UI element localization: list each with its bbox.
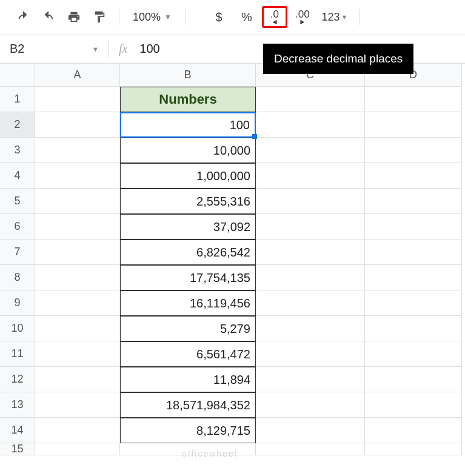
- row-header-10[interactable]: 10: [0, 316, 35, 341]
- cell-C11[interactable]: [256, 341, 365, 367]
- cell-D3[interactable]: [365, 138, 462, 163]
- cell-A14[interactable]: [35, 418, 120, 443]
- cell-C3[interactable]: [256, 138, 365, 163]
- cell-D14[interactable]: [365, 418, 462, 443]
- cell-D10[interactable]: [365, 316, 462, 341]
- row-12: 12 11,894: [0, 367, 462, 392]
- more-formats-button[interactable]: 123 ▼: [318, 6, 352, 28]
- cell-A3[interactable]: [35, 138, 120, 163]
- select-all-box[interactable]: [0, 64, 35, 87]
- cell-B10[interactable]: 5,279: [120, 316, 256, 341]
- row-header-9[interactable]: 9: [0, 290, 35, 316]
- column-header-B[interactable]: B: [120, 64, 256, 87]
- cell-B13[interactable]: 18,571,984,352: [120, 392, 256, 418]
- cell-C5[interactable]: [256, 189, 365, 214]
- cell-A10[interactable]: [35, 316, 120, 341]
- cell-A11[interactable]: [35, 341, 120, 367]
- cell-D7[interactable]: [365, 240, 462, 265]
- row-header-7[interactable]: 7: [0, 240, 35, 265]
- zoom-select[interactable]: 100% ▼: [128, 6, 176, 28]
- row-header-2[interactable]: 2: [0, 112, 35, 138]
- decrease-decimal-icon: .0 ◄: [270, 9, 279, 25]
- currency-format-button[interactable]: $: [206, 6, 232, 28]
- cell-B9[interactable]: 16,119,456: [120, 290, 256, 316]
- row-1: 1 Numbers: [0, 87, 462, 112]
- cell-B5[interactable]: 2,555,316: [120, 189, 256, 214]
- paint-format-button[interactable]: [89, 6, 110, 28]
- zoom-value: 100%: [133, 11, 161, 24]
- cell-D1[interactable]: [365, 87, 462, 112]
- cell-A1[interactable]: [35, 87, 120, 112]
- cell-C14[interactable]: [256, 418, 365, 443]
- cell-D6[interactable]: [365, 214, 462, 240]
- name-box[interactable]: B2: [7, 42, 74, 56]
- cell-B12[interactable]: 11,894: [120, 367, 256, 392]
- cell-A15[interactable]: [35, 443, 120, 455]
- dropdown-arrow-icon: ▼: [341, 13, 348, 21]
- print-button[interactable]: [63, 6, 85, 28]
- cell-B7[interactable]: 6,826,542: [120, 240, 256, 265]
- row-header-4[interactable]: 4: [0, 163, 35, 189]
- cell-D11[interactable]: [365, 341, 462, 367]
- cell-B8[interactable]: 17,754,135: [120, 265, 256, 290]
- cell-A8[interactable]: [35, 265, 120, 290]
- cell-A2[interactable]: [35, 112, 120, 138]
- row-header-12[interactable]: 12: [0, 367, 35, 392]
- cell-C7[interactable]: [256, 240, 365, 265]
- cell-D4[interactable]: [365, 163, 462, 189]
- cell-C8[interactable]: [256, 265, 365, 290]
- cell-D12[interactable]: [365, 367, 462, 392]
- row-header-3[interactable]: 3: [0, 138, 35, 163]
- toolbar: 100% ▼ $ % .0 ◄ .00 ► 123 ▼: [0, 0, 465, 34]
- cell-C15[interactable]: [256, 443, 365, 455]
- row-header-13[interactable]: 13: [0, 392, 35, 418]
- cell-B14[interactable]: 8,129,715: [120, 418, 256, 443]
- sheet-grid: A B C D 1 Numbers 2 100 3 10,000: [0, 63, 465, 455]
- cell-D13[interactable]: [365, 392, 462, 418]
- cell-A5[interactable]: [35, 189, 120, 214]
- cell-D9[interactable]: [365, 290, 462, 316]
- cell-C13[interactable]: [256, 392, 365, 418]
- cell-C10[interactable]: [256, 316, 365, 341]
- selection-handle[interactable]: [252, 134, 257, 139]
- increase-decimal-button[interactable]: .00 ►: [290, 6, 315, 28]
- cell-C6[interactable]: [256, 214, 365, 240]
- row-header-15[interactable]: 15: [0, 443, 35, 455]
- cell-A4[interactable]: [35, 163, 120, 189]
- cell-B6[interactable]: 37,092: [120, 214, 256, 240]
- cell-B4[interactable]: 1,000,000: [120, 163, 256, 189]
- increase-decimal-icon: .00 ►: [295, 9, 310, 25]
- name-box-arrow-icon[interactable]: ▼: [92, 45, 99, 53]
- cell-D8[interactable]: [365, 265, 462, 290]
- cell-C1[interactable]: [256, 87, 365, 112]
- cell-C9[interactable]: [256, 290, 365, 316]
- column-header-A[interactable]: A: [35, 64, 120, 87]
- cell-B3[interactable]: 10,000: [120, 138, 256, 163]
- cell-C2[interactable]: [256, 112, 365, 138]
- row-header-11[interactable]: 11: [0, 341, 35, 367]
- cell-A7[interactable]: [35, 240, 120, 265]
- row-14: 14 8,129,715: [0, 418, 462, 443]
- cell-C4[interactable]: [256, 163, 365, 189]
- undo-button[interactable]: [12, 6, 34, 28]
- decrease-decimal-button[interactable]: .0 ◄: [262, 6, 287, 28]
- cell-D5[interactable]: [365, 189, 462, 214]
- cell-B2[interactable]: 100: [120, 112, 256, 138]
- cell-A9[interactable]: [35, 290, 120, 316]
- cell-D2[interactable]: [365, 112, 462, 138]
- row-header-8[interactable]: 8: [0, 265, 35, 290]
- cell-A13[interactable]: [35, 392, 120, 418]
- row-6: 6 37,092: [0, 214, 462, 240]
- cell-A12[interactable]: [35, 367, 120, 392]
- redo-button[interactable]: [38, 6, 59, 28]
- percent-format-button[interactable]: %: [234, 6, 259, 28]
- cell-C12[interactable]: [256, 367, 365, 392]
- cell-D15[interactable]: [365, 443, 462, 455]
- row-header-1[interactable]: 1: [0, 87, 35, 112]
- row-header-14[interactable]: 14: [0, 418, 35, 443]
- cell-B11[interactable]: 6,561,472: [120, 341, 256, 367]
- cell-A6[interactable]: [35, 214, 120, 240]
- row-header-6[interactable]: 6: [0, 214, 35, 240]
- cell-B1[interactable]: Numbers: [120, 87, 256, 112]
- row-header-5[interactable]: 5: [0, 189, 35, 214]
